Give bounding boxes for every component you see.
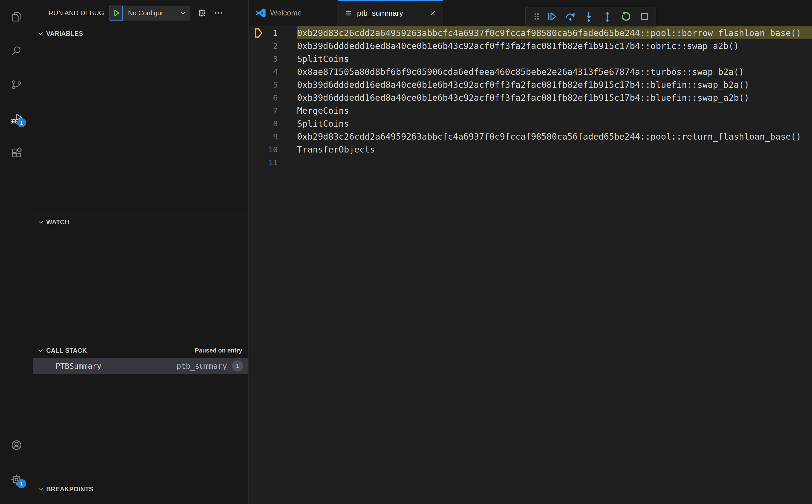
config-dropdown[interactable]: No Configur — [123, 6, 190, 21]
code-text: 0xb39d6dddedd16ed8a40ce0b1e6b43c92acf0ff… — [297, 39, 739, 52]
debug-settings-gear-icon[interactable] — [197, 8, 207, 18]
line-number[interactable]: 4 — [249, 65, 278, 78]
explorer-icon[interactable] — [10, 11, 23, 23]
watch-section-title: WATCH — [46, 219, 69, 226]
step-out-icon[interactable] — [598, 9, 617, 24]
chevron-down-icon — [37, 30, 44, 37]
line-number[interactable]: 10 — [249, 143, 278, 156]
code-text: SplitCoins — [297, 52, 349, 65]
line-number[interactable]: 7 — [249, 104, 278, 117]
line-number[interactable]: 1 — [249, 26, 278, 39]
stack-frame-name: PTBSummary — [56, 362, 102, 371]
vscode-logo-icon — [255, 8, 266, 18]
line-number[interactable]: 11 — [249, 156, 278, 169]
start-debugging-button[interactable] — [109, 6, 123, 21]
source-control-icon[interactable] — [10, 79, 23, 91]
code-line-7: 7 MergeCoins — [249, 104, 812, 117]
chevron-down-icon — [37, 347, 44, 354]
code-line-2: 2 0xb39d6dddedd16ed8a40ce0b1e6b43c92acf0… — [249, 39, 812, 52]
sidebar-title: RUN AND DEBUG — [48, 9, 104, 17]
activity-bar-bottom: 1 — [10, 439, 23, 486]
debug-badge: 1 — [17, 118, 26, 127]
sidebar-header: RUN AND DEBUG No Configur — [33, 0, 248, 26]
more-actions-icon[interactable] — [214, 8, 223, 18]
code-line-1: 1 0xb29d83c26cdd2a64959263abbcfc4a6937f0… — [249, 26, 812, 39]
chevron-down-icon — [37, 219, 44, 226]
call-stack-section-header[interactable]: CALL STACK Paused on entry — [33, 343, 248, 358]
variables-section-title: VARIABLES — [46, 30, 83, 37]
code-editor[interactable]: 1 0xb29d83c26cdd2a64959263abbcfc4a6937f0… — [249, 26, 812, 169]
code-text: SplitCoins — [297, 117, 349, 130]
stack-frame-badge: 1 — [232, 360, 243, 372]
extensions-icon[interactable] — [10, 147, 23, 159]
account-icon[interactable] — [10, 439, 23, 451]
toolbar-drag-handle-icon[interactable] — [531, 9, 542, 24]
step-over-icon[interactable] — [561, 9, 580, 24]
code-line-9: 9 0xb29d83c26cdd2a64959263abbcfc4a6937f0… — [249, 130, 812, 143]
line-number[interactable]: 6 — [249, 91, 278, 104]
code-text: MergeCoins — [297, 104, 349, 117]
call-stack-frame-row[interactable]: PTBSummary ptb_summary 1 — [33, 358, 248, 374]
tab-ptb-summary[interactable]: ptb_summary — [338, 0, 443, 26]
tab-label: Welcome — [270, 9, 302, 17]
code-text: 0xb39d6dddedd16ed8a40ce0b1e6b43c92acf0ff… — [297, 91, 749, 104]
launch-config-control: No Configur — [109, 6, 190, 21]
search-icon[interactable] — [10, 45, 23, 57]
chevron-down-icon — [37, 485, 44, 493]
restart-icon[interactable] — [617, 9, 635, 24]
code-line-10: 10 TransferObjects — [249, 143, 812, 156]
code-text: 0x8ae871505a80d8bf6bf9c05906cda6edfeea46… — [297, 65, 744, 78]
stop-icon[interactable] — [635, 9, 654, 24]
stack-frame-file: ptb_summary — [176, 362, 227, 371]
code-line-3: 3 SplitCoins — [249, 52, 812, 65]
step-into-icon[interactable] — [580, 9, 598, 24]
code-line-11: 11 — [249, 156, 812, 169]
watch-section-header[interactable]: WATCH — [33, 214, 248, 230]
call-stack-section-title: CALL STACK — [46, 347, 87, 354]
settings-gear-icon[interactable]: 1 — [10, 474, 23, 486]
pause-status-label: Paused on entry — [195, 347, 242, 354]
breakpoints-section-title: BREAKPOINTS — [46, 485, 93, 493]
line-number[interactable]: 9 — [249, 130, 278, 143]
tab-label: ptb_summary — [357, 9, 403, 18]
call-stack-section: CALL STACK Paused on entry PTBSummary pt… — [33, 343, 248, 481]
close-tab-icon[interactable] — [429, 9, 437, 17]
code-text: TransferObjects — [297, 143, 375, 156]
continue-icon[interactable] — [542, 9, 561, 24]
list-file-icon — [344, 9, 353, 18]
breakpoints-section: BREAKPOINTS — [33, 481, 248, 504]
config-dropdown-label: No Configur — [128, 9, 179, 17]
code-line-5: 5 0xb39d6dddedd16ed8a40ce0b1e6b43c92acf0… — [249, 78, 812, 91]
code-text: 0xb29d83c26cdd2a64959263abbcfc4a6937f0c9… — [297, 130, 801, 143]
code-text: 0xb29d83c26cdd2a64959263abbcfc4a6937f0c9… — [297, 26, 812, 39]
watch-section: WATCH — [33, 214, 248, 343]
line-number[interactable]: 3 — [249, 52, 278, 65]
code-line-6: 6 0xb39d6dddedd16ed8a40ce0b1e6b43c92acf0… — [249, 91, 812, 104]
line-number[interactable]: 5 — [249, 78, 278, 91]
execution-pointer-icon — [254, 28, 263, 38]
run-and-debug-sidebar: RUN AND DEBUG No Configur — [33, 0, 248, 504]
code-line-8: 8 SplitCoins — [249, 117, 812, 130]
run-and-debug-icon[interactable]: 1 — [10, 113, 23, 125]
settings-badge: 1 — [17, 479, 26, 488]
tab-welcome[interactable]: Welcome — [249, 0, 338, 26]
code-line-4: 4 0x8ae871505a80d8bf6bf9c05906cda6edfeea… — [249, 65, 812, 78]
activity-bar: 1 1 — [0, 0, 33, 504]
chevron-down-icon — [179, 9, 187, 17]
variables-section: VARIABLES — [33, 26, 248, 214]
editor-area: Welcome ptb_summary 1 0xb29d83c26cdd2a64… — [249, 0, 812, 504]
line-number[interactable]: 8 — [249, 117, 278, 130]
breakpoints-section-header[interactable]: BREAKPOINTS — [33, 481, 248, 497]
line-number[interactable]: 2 — [249, 39, 278, 52]
code-text: 0xb39d6dddedd16ed8a40ce0b1e6b43c92acf0ff… — [297, 78, 749, 91]
variables-section-header[interactable]: VARIABLES — [33, 26, 248, 41]
debug-toolbar — [525, 7, 656, 26]
